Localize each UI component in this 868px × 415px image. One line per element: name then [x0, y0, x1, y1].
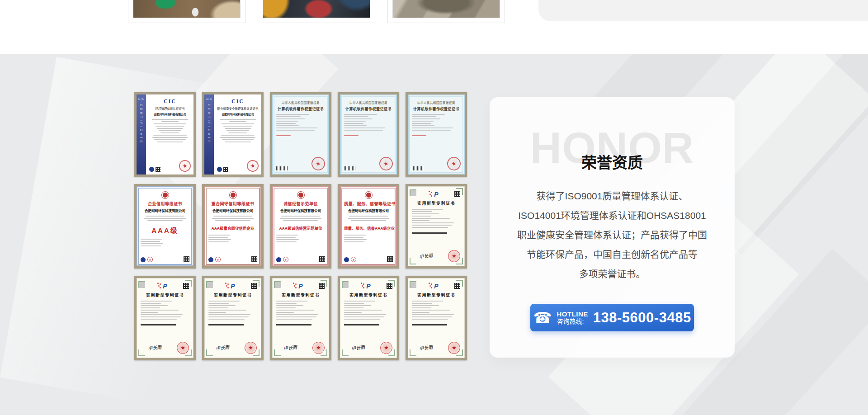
red-star-badge-icon: ★ — [215, 257, 221, 262]
qr-code-icon — [184, 256, 189, 262]
barcode-icon — [412, 166, 424, 170]
certificate-9-credit[interactable]: 质量、服务、信誉等级证书 合肥珂玛环保科技有限公司 质量、服务、信誉AAA级企业… — [338, 184, 399, 269]
certificate-title: 环境管理体系认证证书 — [149, 106, 191, 111]
certificate-text-lines — [141, 214, 189, 222]
certificate-text-lines — [276, 299, 325, 321]
certificate-title: 职业健康安全管理体系认证证书 — [217, 106, 259, 111]
certificate-text-lines — [412, 299, 461, 321]
certificate-text-lines — [276, 233, 325, 244]
red-star-badge-icon: ★ — [351, 257, 356, 262]
certificate-text-lines — [344, 113, 393, 132]
certificate-text-lines — [412, 208, 461, 229]
patent-number-bar — [412, 232, 447, 234]
certificate-text-lines — [208, 233, 257, 244]
patent-number-bar — [276, 324, 311, 325]
certificate-side-band: CICCERTIFICATE — [204, 94, 214, 174]
certificate-signature: 申长雨 — [419, 343, 433, 351]
certificate-8-credit[interactable]: 诚信经营示范单位 合肥珂玛环保科技有限公司 AAA级诚信经营示范单位 ★ — [270, 184, 331, 269]
red-star-badge-icon: ★ — [283, 257, 288, 262]
certificate-5-copyright[interactable]: 中华人民共和国国家版权局 计算机软件著作权登记证书 ★ — [406, 92, 467, 177]
certificate-title: 实用新型专利证书 — [344, 292, 393, 298]
crane-truck-worksite-photo — [263, 0, 370, 18]
red-round-seal-icon: ★ — [177, 342, 189, 354]
certificate-10-patent[interactable]: P 实用新型专利证书 申长雨 ★ — [406, 184, 467, 269]
cnipa-logo: P — [366, 283, 370, 291]
certificate-text-lines — [276, 214, 325, 222]
credit-emblem-icon — [161, 191, 169, 199]
certificate-3-copyright[interactable]: 中华人民共和国国家版权局 计算机软件著作权登记证书 ★ — [270, 92, 331, 177]
certificate-11-patent[interactable]: P 实用新型专利证书 申长雨 ★ — [134, 276, 196, 360]
certificate-signature: 申长雨 — [147, 343, 161, 351]
certificate-text-lines — [344, 214, 393, 222]
credit-emblem-icon — [229, 191, 237, 199]
qr-code-icon — [251, 283, 257, 289]
certificate-text-lines — [141, 237, 189, 248]
certificate-company: 合肥珂玛环保科技有限公司 — [149, 112, 191, 116]
certificate-title: 计算机软件著作权登记证书 — [276, 106, 325, 111]
certificate-7-credit[interactable]: 重合同守信用等级证书 合肥珂玛环保科技有限公司 AAA级重合同守信用企业 ★ — [202, 184, 264, 269]
gallery-card-1[interactable] — [128, 0, 245, 23]
certificate-text-lines — [149, 118, 191, 144]
qr-code-icon — [156, 167, 160, 172]
section-title: 荣誉资质 — [490, 151, 735, 173]
certificate-12-patent[interactable]: P 实用新型专利证书 申长雨 ★ — [202, 276, 264, 360]
qr-code-icon — [387, 283, 392, 289]
qr-code-icon — [319, 283, 325, 289]
certificate-issuer: 中华人民共和国国家版权局 — [344, 100, 393, 105]
certificate-text-lines — [208, 214, 257, 222]
certificate-company: 合肥珂玛环保科技有限公司 — [208, 208, 257, 213]
honor-description-line: 多项荣誉证书。 — [490, 264, 735, 283]
certificate-text-lines — [208, 299, 257, 321]
red-star-seal-icon: ★ — [310, 156, 326, 172]
qr-code-icon — [454, 283, 460, 289]
gallery-card-3[interactable] — [387, 0, 505, 23]
cic-badge-icon — [149, 167, 154, 172]
certificate-6-credit[interactable]: 企业信用等级证书 合肥珂玛环保科技有限公司 AAA级 ★ — [134, 184, 196, 269]
hotline-labels: HOTLINE 咨询热线: — [557, 310, 588, 325]
patent-number-bar — [208, 324, 244, 325]
certificate-14-patent[interactable]: P 实用新型专利证书 申长雨 ★ — [338, 276, 399, 360]
certificate-title: 计算机软件著作权登记证书 — [412, 106, 461, 111]
blue-badge-icon — [141, 257, 146, 262]
hotline-label-zh: 咨询热线: — [557, 318, 588, 325]
certificate-title: 企业信用等级证书 — [141, 201, 189, 207]
credit-emblem-icon — [297, 191, 305, 199]
certificate-title: 实用新型专利证书 — [412, 292, 461, 298]
hotline-label-en: HOTLINE — [557, 310, 588, 318]
certificate-side-band: CICCERTIFICATE — [137, 94, 146, 174]
honor-panel: HONOR 荣誉资质 获得了ISO9001质量管理体系认证、ISO14001环境… — [490, 97, 735, 358]
certificate-title: 重合同守信用等级证书 — [208, 201, 257, 207]
certificate-text-lines — [412, 113, 461, 132]
honor-section: CICCERTIFICATE CIC 环境管理体系认证证书 合肥珂玛环保科技有限… — [0, 54, 868, 415]
certificate-2-iso[interactable]: CICCERTIFICATE CIC 职业健康安全管理体系认证证书 合肥珂玛环保… — [202, 92, 264, 177]
hotline-button[interactable]: ☎ HOTLINE 咨询热线: 138-5600-3485 — [530, 304, 694, 331]
red-star-badge-icon: ★ — [147, 257, 153, 262]
red-star-seal-icon: ★ — [178, 159, 192, 173]
red-round-seal-icon: ★ — [448, 342, 460, 354]
certificate-grid: CICCERTIFICATE CIC 环境管理体系认证证书 合肥珂玛环保科技有限… — [134, 92, 467, 360]
phone-icon: ☎ — [533, 310, 552, 325]
cic-logo: CIC — [217, 98, 259, 105]
honor-description-line: 职业健康安全管理体系认证；产品获得了中国 — [490, 225, 735, 245]
certificate-company: 合肥珂玛环保科技有限公司 — [344, 208, 393, 213]
gallery-card-2[interactable] — [258, 0, 375, 23]
certificate-13-patent[interactable]: P 实用新型专利证书 申长雨 ★ — [270, 276, 331, 360]
honor-description: 获得了ISO9001质量管理体系认证、ISO14001环境管理体系认证和OHSA… — [490, 186, 735, 283]
certificate-award-text: AAA级重合同守信用企业 — [208, 225, 257, 231]
certificate-1-iso[interactable]: CICCERTIFICATE CIC 环境管理体系认证证书 合肥珂玛环保科技有限… — [134, 92, 196, 177]
blue-badge-icon — [276, 257, 281, 262]
certificate-title: 实用新型专利证书 — [141, 292, 189, 298]
certificate-signature: 申长雨 — [215, 343, 229, 351]
red-round-seal-icon: ★ — [380, 342, 392, 354]
certificate-signature: 申长雨 — [419, 251, 433, 259]
cnipa-logo: P — [163, 283, 167, 291]
certificate-4-copyright[interactable]: 中华人民共和国国家版权局 计算机软件著作权登记证书 ★ — [338, 92, 399, 177]
certificate-signature: 申长雨 — [283, 343, 297, 351]
certificate-text-lines — [344, 233, 393, 244]
certificate-15-patent[interactable]: P 实用新型专利证书 申长雨 ★ — [406, 276, 467, 360]
blue-badge-icon — [344, 257, 349, 262]
patent-number-bar — [412, 324, 447, 325]
certificate-text-lines — [217, 118, 259, 144]
certificate-text-lines — [276, 113, 325, 132]
red-star-seal-icon: ★ — [446, 156, 462, 172]
